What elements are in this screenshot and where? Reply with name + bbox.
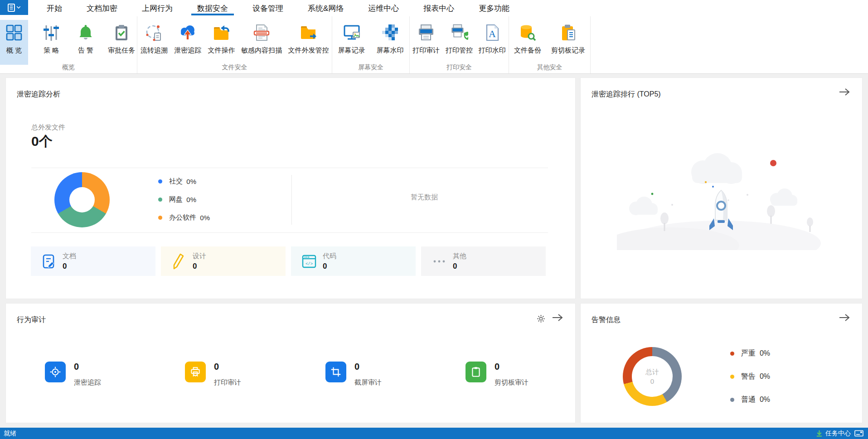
empty-state-rocket-illustration (617, 150, 825, 250)
tab-start[interactable]: 开始 (34, 0, 74, 16)
svg-text:</>: </> (305, 262, 313, 266)
card-document: 文档 0 (31, 246, 155, 276)
tab-report-center[interactable]: 报表中心 (411, 0, 466, 16)
tab-web-behavior[interactable]: 上网行为 (130, 0, 185, 16)
ribbon-item-flow-trace[interactable]: 流转追溯 (137, 20, 171, 55)
card-value: 0 (453, 262, 466, 271)
clipboard-icon (466, 362, 486, 382)
bell-icon (77, 21, 95, 44)
trace-cycle-icon (145, 21, 163, 44)
printer-icon (417, 21, 435, 44)
chevron-down-icon (17, 6, 20, 9)
main-tabs: 开始 文档加密 上网行为 数据安全 设备管理 系统&网络 运维中心 报表中心 更… (34, 0, 522, 16)
ribbon-item-file-outgoing-control[interactable]: 文件外发管控 (285, 20, 332, 55)
print-receipt-icon (185, 362, 206, 382)
card-value: 0 (323, 262, 336, 271)
status-ready-text: 就绪 (4, 429, 16, 438)
ribbon-item-print-audit[interactable]: 打印审计 (410, 20, 443, 55)
tab-ops-center[interactable]: 运维中心 (356, 0, 411, 16)
dashboard-content: 泄密追踪分析 总外发文件 0个 社交 0% 网盘 0% 办公软件 0% 暂无数据 (0, 74, 868, 428)
clipboard-check-icon (112, 21, 131, 44)
ribbon: 概 览 策 略 告 警 审批任务 概览 (0, 16, 868, 74)
panel-title: 行为审计 (17, 315, 46, 325)
ribbon-item-clipboard-record[interactable]: 剪切板记录 (548, 20, 589, 55)
ribbon-item-print-watermark[interactable]: A 打印水印 (475, 20, 509, 55)
total-outgoing-value: 0个 (31, 132, 53, 151)
target-icon (45, 362, 66, 382)
screen-record-icon (343, 21, 361, 44)
legend-item-social: 社交 0% (158, 177, 210, 185)
svg-text:A: A (489, 28, 496, 39)
stat-value: 0 (74, 362, 101, 371)
ribbon-item-leak-trace[interactable]: 泄密追踪 (171, 20, 204, 55)
ribbon-item-file-backup[interactable]: 文件备份 (510, 20, 545, 55)
tab-device-management[interactable]: 设备管理 (240, 0, 296, 16)
ribbon-group-label-file-security: 文件安全 (137, 63, 332, 73)
legend-dot (158, 216, 162, 220)
card-other: 其他 0 (421, 246, 546, 276)
stat-label: 剪切板审计 (495, 378, 529, 387)
donut-center-value: 0 (650, 376, 654, 386)
tab-system-network[interactable]: 系统&网络 (296, 0, 356, 16)
printer-shield-icon (450, 21, 468, 44)
ribbon-group-label-other-security: 其他安全 (509, 63, 590, 73)
stat-leak-trace: 0 泄密追踪 (45, 362, 101, 387)
panel-title: 告警信息 (592, 315, 621, 325)
card-code: </> 代码 0 (291, 246, 416, 276)
tab-bar: 开始 文档加密 上网行为 数据安全 设备管理 系统&网络 运维中心 报表中心 更… (0, 0, 868, 16)
stat-label: 泄密追踪 (74, 378, 101, 387)
legend-item-critical: 严重 0% (730, 349, 770, 357)
ribbon-item-approval-tasks[interactable]: 审批任务 (106, 20, 137, 55)
tab-doc-encryption[interactable]: 文档加密 (74, 0, 130, 16)
legend-item-normal: 普通 0% (730, 396, 770, 404)
gear-icon[interactable] (537, 314, 545, 323)
legend-dot (158, 179, 162, 183)
ribbon-item-alert[interactable]: 告 警 (72, 20, 100, 55)
ribbon-item-print-control[interactable]: 打印管控 (443, 20, 476, 55)
doc-scan-icon (252, 21, 271, 44)
panel-alarm-info: 告警信息 总计 0 严重 0% 警告 0% 普通 0% (580, 303, 863, 423)
task-panel-icon[interactable] (854, 430, 863, 437)
card-label: 文档 (63, 252, 76, 261)
tab-data-security[interactable]: 数据安全 (185, 0, 240, 16)
sliders-icon (42, 21, 60, 44)
document-icon (41, 254, 57, 269)
panel-title: 泄密追踪分析 (17, 90, 60, 99)
total-outgoing-label: 总外发文件 (31, 123, 65, 132)
download-icon (816, 430, 823, 437)
ribbon-group-label-screen-security: 屏幕安全 (332, 63, 409, 73)
folder-arrow-out-icon (299, 21, 317, 44)
ribbon-item-overview[interactable]: 概 览 (0, 20, 28, 55)
channel-legend: 社交 0% 网盘 0% 办公软件 0% (158, 177, 210, 232)
ribbon-item-file-operation[interactable]: 文件操作 (204, 20, 238, 55)
ribbon-item-screen-watermark[interactable]: 屏幕水印 (373, 20, 407, 55)
card-label: 设计 (193, 252, 206, 261)
ribbon-item-policy[interactable]: 策 略 (37, 20, 65, 55)
stat-label: 截屏审计 (354, 378, 382, 387)
task-center-button[interactable]: 任务中心 (816, 429, 851, 438)
alarm-donut-chart: 总计 0 (623, 347, 682, 406)
card-design: 设计 0 (161, 246, 286, 276)
ribbon-item-screen-record[interactable]: 屏幕记录 (335, 20, 369, 55)
legend-item-office-software: 办公软件 0% (158, 213, 210, 222)
status-bar: 就绪 任务中心 (0, 428, 868, 439)
crop-icon (325, 362, 346, 382)
pencil-icon (171, 253, 187, 270)
divider (31, 168, 548, 168)
arrow-right-icon[interactable] (839, 88, 850, 96)
database-search-icon (519, 21, 537, 44)
ribbon-group-screen-security: 屏幕记录 屏幕水印 屏幕安全 (332, 16, 410, 73)
arrow-right-icon[interactable] (839, 314, 850, 322)
task-center-label: 任务中心 (825, 429, 851, 438)
ribbon-item-sensitive-content-scan[interactable]: 敏感内容扫描 (238, 20, 285, 55)
arrow-right-icon[interactable] (552, 314, 563, 322)
empty-data-text: 暂无数据 (291, 193, 557, 202)
stat-value: 0 (495, 362, 529, 371)
legend-item-netdisk: 网盘 0% (158, 195, 210, 203)
tab-more-features[interactable]: 更多功能 (466, 0, 522, 16)
ribbon-group-label-print-security: 打印安全 (410, 63, 509, 73)
app-menu-button[interactable] (0, 0, 28, 15)
panel-title: 泄密追踪排行 (TOP5) (592, 90, 661, 99)
panel-leak-trace-rank: 泄密追踪排行 (TOP5) (580, 77, 863, 299)
card-label: 代码 (323, 252, 336, 261)
